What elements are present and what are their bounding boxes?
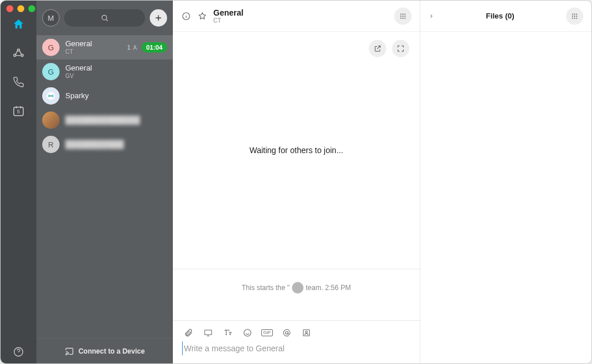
conversation-subtitle: CT (65, 49, 121, 55)
svg-point-2 (21, 54, 24, 57)
screen-capture-icon[interactable] (203, 328, 213, 338)
conversation-title: General (65, 64, 167, 72)
team-avatar-icon (292, 282, 304, 294)
thread-scroll-area[interactable]: This starts the " team. 2:56 PM (173, 269, 420, 320)
connect-device-label: Connect to a Device (79, 347, 145, 355)
conversation-avatar (42, 112, 60, 129)
svg-point-31 (572, 17, 574, 18)
svg-point-12 (402, 13, 404, 14)
format-text-icon[interactable] (223, 328, 233, 338)
main-column: General CT Waiting for others to (173, 1, 420, 363)
composer-toolbar: GIF (182, 325, 410, 341)
help-icon[interactable] (11, 348, 26, 363)
svg-point-25 (572, 13, 574, 14)
svg-point-6 (134, 46, 136, 47)
search-button[interactable] (64, 9, 145, 27)
svg-point-27 (576, 13, 578, 14)
thread-start-marker: This starts the " team. 2:56 PM (183, 277, 409, 294)
svg-point-16 (405, 16, 406, 17)
home-icon[interactable] (11, 17, 26, 32)
conversation-title: General (65, 40, 121, 48)
svg-point-8 (50, 95, 52, 97)
self-avatar[interactable]: M (42, 9, 60, 27)
files-panel-title: Files (0) (440, 12, 560, 20)
calendar-day-label: 5 (11, 109, 26, 114)
conversation-header-subtitle: CT (213, 17, 243, 24)
svg-point-1 (14, 54, 16, 57)
conversation-item-general-gv[interactable]: G General GV (36, 60, 173, 84)
svg-point-33 (576, 17, 578, 18)
conversation-title: ██████████████ (65, 116, 167, 124)
window-close-button[interactable] (6, 5, 13, 12)
svg-point-29 (574, 16, 575, 17)
message-thread: This starts the " team. 2:56 PM (173, 269, 420, 363)
waiting-status-text: Waiting for others to join... (249, 146, 343, 155)
conversation-header: General CT (173, 1, 420, 32)
conversation-title-block: General CT (213, 8, 243, 24)
app-window: 5 M G General (0, 0, 592, 364)
files-panel: Files (0) (420, 1, 591, 363)
svg-point-13 (405, 13, 406, 14)
conversation-list: G General CT 1 01:04 G (36, 35, 173, 338)
call-timer-badge: 01:04 (142, 42, 167, 53)
connect-device-button[interactable]: Connect to a Device (36, 338, 173, 363)
svg-point-15 (402, 16, 404, 17)
svg-point-32 (574, 17, 575, 18)
message-composer: GIF (173, 320, 420, 363)
add-button[interactable] (150, 9, 167, 27)
svg-rect-20 (205, 330, 212, 335)
files-activities-button[interactable] (566, 8, 583, 25)
conversation-item-sparky[interactable]: Sparky (36, 84, 173, 108)
pop-out-button[interactable] (369, 40, 386, 57)
window-titlebar (1, 1, 35, 17)
app-body: 5 M G General (1, 1, 591, 363)
attach-icon[interactable] (183, 328, 194, 338)
meeting-stage: Waiting for others to join... (173, 32, 420, 269)
svg-point-11 (401, 13, 402, 14)
conversation-title: Sparky (65, 92, 167, 100)
conversation-avatar: G (42, 63, 60, 80)
files-panel-header: Files (0) (420, 1, 591, 32)
svg-point-26 (574, 13, 575, 14)
svg-point-18 (402, 17, 404, 18)
conversation-title: ███████████ (65, 140, 167, 148)
info-icon[interactable] (181, 11, 191, 21)
conversation-sidebar: M G General CT 1 (36, 1, 173, 363)
svg-point-5 (102, 15, 106, 20)
activities-button[interactable] (394, 8, 412, 25)
teams-icon[interactable] (11, 46, 26, 61)
svg-point-9 (65, 354, 66, 355)
conversation-item-redacted-2[interactable]: R ███████████ (36, 132, 173, 157)
emoji-icon[interactable] (242, 328, 253, 338)
fullscreen-button[interactable] (392, 40, 409, 57)
personal-room-icon[interactable] (301, 328, 312, 338)
conversation-avatar: G (42, 39, 60, 56)
conversation-item-redacted-1[interactable]: ██████████████ (36, 108, 173, 132)
svg-point-24 (305, 331, 307, 333)
message-input[interactable] (182, 341, 410, 355)
conversation-avatar: R (42, 136, 60, 153)
window-minimize-button[interactable] (17, 5, 24, 12)
nav-rail: 5 (1, 1, 36, 363)
svg-point-30 (576, 16, 578, 17)
gif-icon[interactable]: GIF (262, 328, 272, 338)
svg-point-17 (401, 17, 402, 18)
favorite-star-icon[interactable] (197, 11, 208, 21)
cast-icon (65, 347, 74, 356)
svg-point-28 (572, 16, 574, 17)
conversation-item-general-ct[interactable]: G General CT 1 01:04 (36, 35, 173, 60)
participant-count: 1 (127, 44, 138, 51)
mention-icon[interactable] (282, 328, 292, 338)
window-zoom-button[interactable] (28, 5, 35, 12)
self-avatar-initial: M (48, 14, 54, 23)
svg-point-14 (401, 16, 402, 17)
collapse-panel-button[interactable] (428, 13, 434, 19)
svg-point-21 (244, 329, 251, 336)
conversation-subtitle: GV (65, 73, 167, 79)
svg-point-19 (405, 17, 406, 18)
conversation-header-title: General (213, 8, 243, 17)
calls-icon[interactable] (11, 75, 26, 90)
conversation-avatar (42, 87, 60, 105)
svg-point-22 (286, 332, 288, 335)
calendar-icon[interactable]: 5 (11, 103, 26, 118)
